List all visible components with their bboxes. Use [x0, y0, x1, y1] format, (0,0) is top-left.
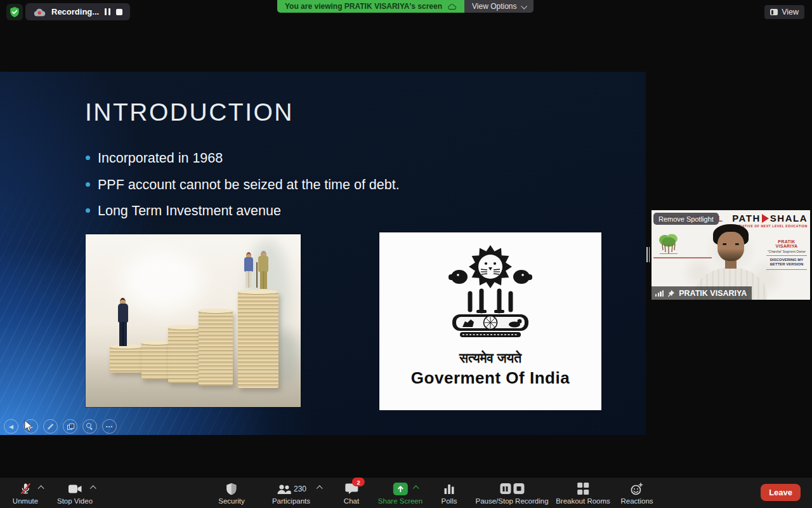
slide-bullet-list: Incorporated in 1968 PPF account cannot …: [86, 150, 400, 230]
reactions-smiley-icon: [630, 483, 643, 495]
chat-unread-badge: 2: [352, 478, 365, 486]
view-button[interactable]: View: [764, 5, 804, 19]
coin-stack: [168, 327, 200, 383]
toolbar-unmute[interactable]: Unmute: [13, 481, 38, 505]
coin-stack: [199, 311, 233, 385]
participants-icon: [276, 483, 291, 495]
stop-recording-button[interactable]: [116, 8, 122, 17]
card-motto-line2: BETTER VERSION: [766, 262, 807, 267]
participant-name-tag: PRATIK VISARIYA: [652, 286, 752, 300]
card-speaker-role: "Charcha" Segment Owner: [766, 250, 807, 253]
zoom-meeting-window: Recording... You are viewing PRATIK VISA…: [0, 0, 812, 508]
polls-bar-chart-icon: [443, 483, 455, 495]
presenter-nav-controls: ◀ ▶ •••: [4, 419, 117, 434]
toolbar-chat[interactable]: 2 Chat: [344, 481, 359, 505]
logo-path-text: PATH: [732, 213, 761, 224]
share-screen-icon: [393, 483, 407, 495]
coin-stack: [110, 346, 143, 373]
remove-spotlight-button[interactable]: Remove Spotlight: [653, 213, 719, 225]
layout-view-icon: [770, 9, 778, 15]
viewing-screen-banner: You are viewing PRATIK VISARIYA's screen: [277, 0, 464, 13]
logo-shala-text: SHALA: [770, 213, 808, 224]
recording-indicator: Recording...: [25, 3, 130, 20]
spotlight-video-tile[interactable]: FINANCIAL PATH SHALA AN INITIATIVE OF NE…: [652, 210, 810, 300]
coin-stack: [238, 291, 278, 388]
view-options-label: View Options: [472, 2, 516, 11]
slide-bullet: PPF account cannot be seized at the time…: [86, 177, 400, 204]
unmute-options-chevron[interactable]: [38, 485, 44, 491]
chevron-down-icon: [521, 3, 527, 9]
government-of-india-emblem-image: सत्यमेव जयते Goverment Of India: [379, 232, 601, 410]
name-tag-text: PRATIK VISARIYA: [679, 289, 747, 298]
pin-icon: [667, 290, 675, 297]
screen-share-banner: You are viewing PRATIK VISARIYA's screen…: [277, 0, 534, 13]
meeting-toolbar: Unmute Stop Video Security: [0, 477, 812, 508]
shared-screen-slide: INTRODUCTION Incorporated in 1968 PPF ac…: [0, 72, 646, 435]
pen-annotate-icon: [43, 419, 58, 434]
toolbar-polls[interactable]: Polls: [442, 481, 457, 505]
view-button-label: View: [782, 8, 799, 17]
businessman-figurine: [115, 298, 131, 346]
bullet-text: PPF account cannot be seized at the time…: [98, 177, 400, 193]
card-motto-line1: DISCOVERING MY: [766, 258, 807, 263]
toolbar-pause-stop-recording[interactable]: Pause/Stop Recording: [475, 481, 548, 505]
cloud-icon: [447, 3, 457, 10]
bullet-dot: [86, 208, 90, 213]
toolbar-stop-video[interactable]: Stop Video: [57, 481, 93, 505]
bullet-dot: [86, 182, 90, 187]
magnifier-icon: [82, 419, 97, 434]
more-options-icon: •••: [102, 419, 117, 434]
pause-recording-button[interactable]: [105, 8, 110, 17]
bullet-text: Long Term Investment avenue: [98, 203, 281, 219]
toolbar-security[interactable]: Security: [218, 481, 245, 505]
shield-check-icon: [9, 6, 20, 18]
microphone-muted-icon: [19, 482, 32, 495]
pause-recording-icon: [500, 483, 511, 494]
logo-arrow-icon: [762, 214, 769, 223]
breakout-rooms-grid-icon: [577, 483, 589, 495]
recording-label: Recording...: [51, 7, 99, 17]
video-camera-icon: [68, 484, 82, 494]
participants-options-chevron[interactable]: [317, 485, 323, 491]
speaker-info-card: PRATIK VISARIYA "Charcha" Segment Owner …: [766, 239, 807, 270]
slide-bullet: Incorporated in 1968: [86, 150, 400, 177]
bullet-dot: [86, 156, 90, 160]
slide-overview-icon: [63, 419, 77, 434]
mouse-cursor: [24, 420, 34, 432]
view-options-dropdown[interactable]: View Options: [464, 0, 533, 13]
bullet-text: Incorporated in 1968: [98, 150, 223, 166]
prev-slide-icon: ◀: [4, 419, 18, 434]
photo-background-blur: [121, 250, 203, 314]
leave-meeting-button[interactable]: Leave: [761, 484, 801, 501]
card-speaker-name: PRATIK VISARIYA: [766, 239, 807, 248]
toolbar-share-screen[interactable]: Share Screen: [378, 481, 422, 505]
coins-investment-photo: [86, 234, 301, 407]
toolbar-reactions[interactable]: Reactions: [620, 481, 653, 505]
elderly-couple-figurine: [242, 251, 277, 291]
banyan-tree-logo-icon: [657, 233, 681, 258]
logo-underline: [653, 257, 712, 258]
slide-bullet: Long Term Investment avenue: [86, 203, 400, 230]
government-of-india-caption: Goverment Of India: [379, 368, 601, 388]
meeting-security-badge[interactable]: [6, 4, 23, 20]
cloud-recording-icon: [33, 8, 46, 17]
slide-title: INTRODUCTION: [85, 98, 294, 126]
toolbar-breakout-rooms[interactable]: Breakout Rooms: [556, 481, 610, 505]
security-shield-icon: [225, 483, 237, 495]
panel-resize-handle[interactable]: [646, 247, 652, 262]
participants-count: 230: [294, 485, 306, 493]
banner-text: You are viewing PRATIK VISARIYA's screen: [285, 2, 442, 11]
coin-stack: [141, 342, 171, 379]
stop-recording-icon: [513, 483, 524, 494]
toolbar-participants[interactable]: 230 Participants: [272, 481, 310, 505]
ashoka-lion-emblem-icon: [421, 237, 560, 347]
satyameva-jayate-motto: सत्यमेव जयते: [379, 351, 601, 366]
network-signal-icon: [655, 290, 664, 297]
